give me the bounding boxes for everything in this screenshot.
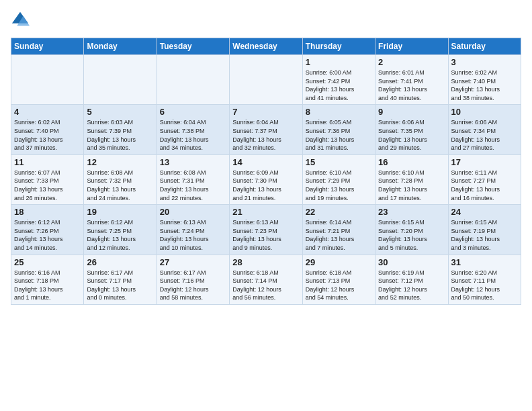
day-number: 14 <box>232 157 299 167</box>
day-number: 24 <box>451 207 518 217</box>
day-info: Sunrise: 6:10 AM Sunset: 7:29 PM Dayligh… <box>306 169 372 202</box>
calendar-cell: 2Sunrise: 6:01 AM Sunset: 7:41 PM Daylig… <box>375 55 448 105</box>
calendar-week-row: 11Sunrise: 6:07 AM Sunset: 7:33 PM Dayli… <box>11 154 521 204</box>
day-header-saturday: Saturday <box>448 38 521 55</box>
calendar-header-row: SundayMondayTuesdayWednesdayThursdayFrid… <box>11 38 521 55</box>
day-info: Sunrise: 6:04 AM Sunset: 7:37 PM Dayligh… <box>232 118 299 152</box>
calendar-week-row: 1Sunrise: 6:00 AM Sunset: 7:42 PM Daylig… <box>11 55 521 105</box>
calendar-cell: 28Sunrise: 6:18 AM Sunset: 7:14 PM Dayli… <box>230 255 302 304</box>
calendar-cell: 11Sunrise: 6:07 AM Sunset: 7:33 PM Dayli… <box>11 154 84 204</box>
day-info: Sunrise: 6:13 AM Sunset: 7:23 PM Dayligh… <box>232 218 299 252</box>
day-number: 31 <box>451 257 518 267</box>
day-number: 1 <box>306 57 372 67</box>
calendar-cell: 5Sunrise: 6:03 AM Sunset: 7:39 PM Daylig… <box>84 105 157 154</box>
calendar-cell: 25Sunrise: 6:16 AM Sunset: 7:18 PM Dayli… <box>11 255 84 304</box>
day-info: Sunrise: 6:09 AM Sunset: 7:30 PM Dayligh… <box>232 169 299 202</box>
calendar-cell <box>84 55 157 105</box>
day-info: Sunrise: 6:03 AM Sunset: 7:39 PM Dayligh… <box>87 118 153 152</box>
calendar-cell: 17Sunrise: 6:11 AM Sunset: 7:27 PM Dayli… <box>448 154 521 204</box>
day-header-thursday: Thursday <box>302 38 375 55</box>
day-number: 6 <box>160 107 226 117</box>
day-info: Sunrise: 6:17 AM Sunset: 7:16 PM Dayligh… <box>160 269 226 302</box>
day-info: Sunrise: 6:01 AM Sunset: 7:41 PM Dayligh… <box>378 68 445 102</box>
day-number: 20 <box>160 207 226 217</box>
calendar-cell: 8Sunrise: 6:05 AM Sunset: 7:36 PM Daylig… <box>302 105 375 154</box>
day-number: 10 <box>451 107 518 117</box>
calendar-cell: 27Sunrise: 6:17 AM Sunset: 7:16 PM Dayli… <box>157 255 229 304</box>
day-info: Sunrise: 6:05 AM Sunset: 7:36 PM Dayligh… <box>306 118 372 152</box>
calendar-cell: 20Sunrise: 6:13 AM Sunset: 7:24 PM Dayli… <box>157 205 229 255</box>
calendar-cell: 16Sunrise: 6:10 AM Sunset: 7:28 PM Dayli… <box>375 154 448 204</box>
day-number: 3 <box>451 57 518 67</box>
day-info: Sunrise: 6:02 AM Sunset: 7:40 PM Dayligh… <box>451 68 518 102</box>
calendar-cell: 3Sunrise: 6:02 AM Sunset: 7:40 PM Daylig… <box>448 55 521 105</box>
calendar-cell <box>157 55 229 105</box>
calendar-week-row: 4Sunrise: 6:02 AM Sunset: 7:40 PM Daylig… <box>11 105 521 154</box>
day-number: 9 <box>378 107 445 117</box>
day-info: Sunrise: 6:08 AM Sunset: 7:31 PM Dayligh… <box>160 169 226 202</box>
day-number: 28 <box>232 257 299 267</box>
calendar-cell <box>11 55 84 105</box>
day-number: 8 <box>306 107 372 117</box>
day-number: 4 <box>14 107 81 117</box>
logo <box>11 11 32 30</box>
day-number: 22 <box>306 207 372 217</box>
day-number: 5 <box>87 107 153 117</box>
day-info: Sunrise: 6:07 AM Sunset: 7:33 PM Dayligh… <box>14 169 81 202</box>
day-number: 11 <box>14 157 81 167</box>
day-number: 25 <box>14 257 81 267</box>
day-info: Sunrise: 6:20 AM Sunset: 7:11 PM Dayligh… <box>451 269 518 302</box>
day-number: 2 <box>378 57 445 67</box>
day-number: 23 <box>378 207 445 217</box>
logo-icon <box>11 11 30 30</box>
day-info: Sunrise: 6:06 AM Sunset: 7:35 PM Dayligh… <box>378 118 445 152</box>
calendar-cell: 4Sunrise: 6:02 AM Sunset: 7:40 PM Daylig… <box>11 105 84 154</box>
calendar-cell: 30Sunrise: 6:19 AM Sunset: 7:12 PM Dayli… <box>375 255 448 304</box>
day-number: 15 <box>306 157 372 167</box>
calendar-cell: 9Sunrise: 6:06 AM Sunset: 7:35 PM Daylig… <box>375 105 448 154</box>
day-header-friday: Friday <box>375 38 448 55</box>
day-header-sunday: Sunday <box>11 38 84 55</box>
calendar-cell: 31Sunrise: 6:20 AM Sunset: 7:11 PM Dayli… <box>448 255 521 304</box>
day-number: 18 <box>14 207 81 217</box>
calendar-week-row: 18Sunrise: 6:12 AM Sunset: 7:26 PM Dayli… <box>11 205 521 255</box>
day-header-wednesday: Wednesday <box>230 38 302 55</box>
calendar-week-row: 25Sunrise: 6:16 AM Sunset: 7:18 PM Dayli… <box>11 255 521 304</box>
day-number: 29 <box>306 257 372 267</box>
day-info: Sunrise: 6:16 AM Sunset: 7:18 PM Dayligh… <box>14 269 81 302</box>
calendar-cell: 24Sunrise: 6:15 AM Sunset: 7:19 PM Dayli… <box>448 205 521 255</box>
day-info: Sunrise: 6:15 AM Sunset: 7:19 PM Dayligh… <box>451 218 518 252</box>
day-info: Sunrise: 6:18 AM Sunset: 7:13 PM Dayligh… <box>306 269 372 302</box>
calendar-cell: 7Sunrise: 6:04 AM Sunset: 7:37 PM Daylig… <box>230 105 302 154</box>
day-number: 13 <box>160 157 226 167</box>
calendar-cell: 1Sunrise: 6:00 AM Sunset: 7:42 PM Daylig… <box>302 55 375 105</box>
day-info: Sunrise: 6:00 AM Sunset: 7:42 PM Dayligh… <box>306 68 372 102</box>
calendar-cell: 10Sunrise: 6:06 AM Sunset: 7:34 PM Dayli… <box>448 105 521 154</box>
calendar-cell: 6Sunrise: 6:04 AM Sunset: 7:38 PM Daylig… <box>157 105 229 154</box>
calendar-cell: 14Sunrise: 6:09 AM Sunset: 7:30 PM Dayli… <box>230 154 302 204</box>
day-info: Sunrise: 6:15 AM Sunset: 7:20 PM Dayligh… <box>378 218 445 252</box>
calendar-cell: 12Sunrise: 6:08 AM Sunset: 7:32 PM Dayli… <box>84 154 157 204</box>
day-info: Sunrise: 6:19 AM Sunset: 7:12 PM Dayligh… <box>378 269 445 302</box>
calendar-cell: 13Sunrise: 6:08 AM Sunset: 7:31 PM Dayli… <box>157 154 229 204</box>
day-info: Sunrise: 6:12 AM Sunset: 7:25 PM Dayligh… <box>87 218 153 252</box>
page-header <box>11 11 521 30</box>
calendar-cell: 19Sunrise: 6:12 AM Sunset: 7:25 PM Dayli… <box>84 205 157 255</box>
day-info: Sunrise: 6:08 AM Sunset: 7:32 PM Dayligh… <box>87 169 153 202</box>
day-number: 27 <box>160 257 226 267</box>
day-number: 21 <box>232 207 299 217</box>
calendar-cell: 22Sunrise: 6:14 AM Sunset: 7:21 PM Dayli… <box>302 205 375 255</box>
day-number: 12 <box>87 157 153 167</box>
calendar-cell: 26Sunrise: 6:17 AM Sunset: 7:17 PM Dayli… <box>84 255 157 304</box>
day-number: 17 <box>451 157 518 167</box>
day-info: Sunrise: 6:02 AM Sunset: 7:40 PM Dayligh… <box>14 118 81 152</box>
day-info: Sunrise: 6:04 AM Sunset: 7:38 PM Dayligh… <box>160 118 226 152</box>
day-info: Sunrise: 6:13 AM Sunset: 7:24 PM Dayligh… <box>160 218 226 252</box>
day-info: Sunrise: 6:14 AM Sunset: 7:21 PM Dayligh… <box>306 218 372 252</box>
day-info: Sunrise: 6:12 AM Sunset: 7:26 PM Dayligh… <box>14 218 81 252</box>
day-header-tuesday: Tuesday <box>157 38 229 55</box>
day-info: Sunrise: 6:17 AM Sunset: 7:17 PM Dayligh… <box>87 269 153 302</box>
day-number: 19 <box>87 207 153 217</box>
day-number: 30 <box>378 257 445 267</box>
calendar-cell: 23Sunrise: 6:15 AM Sunset: 7:20 PM Dayli… <box>375 205 448 255</box>
